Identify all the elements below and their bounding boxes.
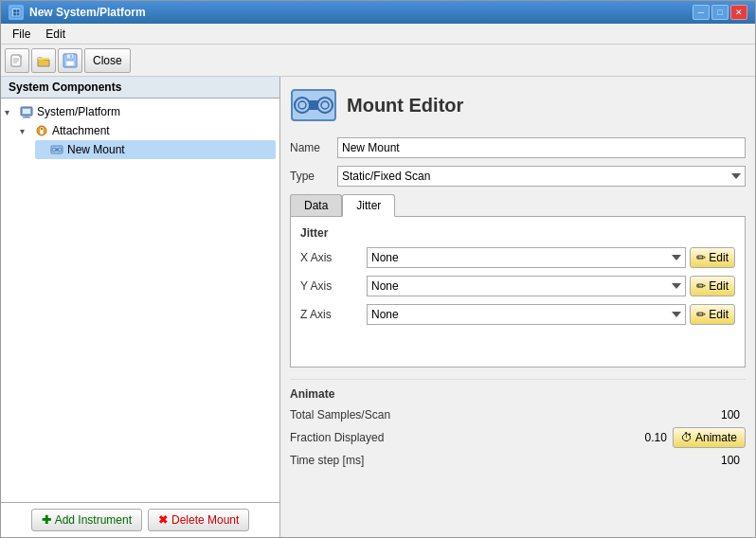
x-axis-pencil-icon: ✏ [696,251,706,264]
timestep-value: 100 [441,454,746,467]
name-label: Name [290,141,337,154]
y-axis-edit-button[interactable]: ✏ Edit [690,276,735,296]
y-axis-label: Y Axis [300,279,367,293]
svg-rect-3 [13,13,16,16]
tree-mount-label: New Mount [67,143,125,156]
title-bar-left: New System/Platform [9,5,146,20]
right-panel: Mount Editor Name Type Static/Fixed Scan… [280,77,755,537]
tree-attachment-label: Attachment [52,124,110,137]
main-window: New System/Platform ─ □ ✕ File Edit [0,0,756,538]
title-buttons: ─ □ ✕ [693,5,747,20]
svg-rect-2 [17,9,20,12]
svg-rect-15 [23,109,30,114]
toolbar-new-button[interactable] [5,48,29,73]
add-instrument-button[interactable]: ✚ Add Instrument [31,509,142,531]
total-samples-value: 100 [441,408,746,421]
toolbar-open-button[interactable] [31,48,56,73]
tabs: Data Jitter [290,194,746,216]
animate-section: Animate Total Samples/Scan 100 Fraction … [290,379,746,467]
close-button[interactable]: ✕ [730,5,747,20]
z-axis-pencil-icon: ✏ [696,308,706,321]
timestep-label: Time step [ms] [290,454,441,467]
toolbar-close-button[interactable]: Close [84,48,131,73]
fraction-row: Fraction Displayed 0.10 ⏱ Animate [290,427,746,448]
x-axis-label: X Axis [300,251,367,264]
editor-title: Mount Editor [347,95,463,117]
delete-mount-label: Delete Mount [171,513,239,527]
left-panel: System Components ▾ System/Platform [1,77,280,537]
x-axis-select[interactable]: None Low Medium High [367,247,686,268]
expand-attachment-icon: ▾ [20,126,31,136]
svg-rect-1 [13,9,16,12]
mount-editor-icon [290,86,337,124]
svg-rect-0 [11,8,21,17]
system-components-header: System Components [1,77,279,99]
attachment-icon [34,123,49,138]
svg-rect-30 [309,100,318,110]
y-axis-pencil-icon: ✏ [696,279,706,293]
z-axis-label: Z Axis [300,308,367,321]
fraction-value: 0.10 [441,431,673,444]
animate-button[interactable]: ⏱ Animate [673,427,746,448]
y-axis-edit-label: Edit [709,279,729,293]
z-axis-edit-label: Edit [709,308,729,321]
tab-data[interactable]: Data [290,194,342,216]
add-icon: ✚ [42,513,51,527]
z-axis-edit-button[interactable]: ✏ Edit [690,304,735,325]
app-icon [9,5,24,20]
minimize-button[interactable]: ─ [693,5,710,20]
toolbar-save-button[interactable] [58,48,82,73]
tree-item-attachment[interactable]: ▾ Attachment [20,121,276,140]
tree-children-attachment: New Mount [35,140,276,159]
y-axis-row: Y Axis None Low Medium High ✏ Edit [300,276,735,296]
tree-children-system: ▾ Attachment [20,121,276,159]
delete-icon: ✖ [158,513,168,527]
total-samples-label: Total Samples/Scan [290,408,441,421]
new-icon [9,53,25,68]
svg-rect-12 [67,62,73,65]
add-instrument-label: Add Instrument [55,513,132,527]
menu-bar: File Edit [1,24,755,45]
x-axis-row: X Axis None Low Medium High ✏ Edit [300,247,735,268]
maximize-button[interactable]: □ [711,5,729,20]
svg-rect-17 [23,117,30,118]
x-axis-edit-button[interactable]: ✏ Edit [690,247,735,268]
animate-header: Animate [290,387,746,401]
animate-label-text: Animate [695,431,737,444]
name-input[interactable] [337,137,746,158]
jitter-section-header: Jitter [300,226,735,240]
system-icon [19,104,34,119]
z-axis-row: Z Axis None Low Medium High ✏ Edit [300,304,735,325]
type-select[interactable]: Static/Fixed Scan Rotating Gimbal [337,166,746,187]
tree-system-label: System/Platform [37,105,120,118]
name-row: Name [290,137,746,158]
main-content: System Components ▾ System/Platform [1,77,755,537]
z-axis-select[interactable]: None Low Medium High [367,304,686,325]
fraction-label: Fraction Displayed [290,431,441,444]
x-axis-edit-label: Edit [709,251,729,264]
menu-file[interactable]: File [5,26,38,43]
svg-rect-4 [17,13,20,16]
save-icon [63,53,78,68]
y-axis-select[interactable]: None Low Medium High [367,276,686,296]
window-title: New System/Platform [29,6,146,19]
delete-mount-button[interactable]: ✖ Delete Mount [148,509,249,531]
total-samples-row: Total Samples/Scan 100 [290,408,746,421]
toolbar: Close [1,45,755,77]
expand-system-icon: ▾ [5,107,16,117]
type-row: Type Static/Fixed Scan Rotating Gimbal [290,166,746,187]
tree-area: ▾ System/Platform ▾ [1,99,279,502]
editor-header: Mount Editor [290,86,746,124]
clock-icon: ⏱ [681,431,693,444]
tree-item-system[interactable]: ▾ System/Platform [5,102,276,121]
tree-item-mount[interactable]: New Mount [35,140,276,159]
menu-edit[interactable]: Edit [38,26,73,43]
mount-icon [49,142,64,157]
svg-rect-16 [25,116,28,117]
svg-rect-24 [56,149,59,152]
panel-buttons: ✚ Add Instrument ✖ Delete Mount [1,502,279,537]
svg-rect-20 [41,128,43,130]
open-icon [36,53,51,68]
tab-jitter[interactable]: Jitter [342,194,395,217]
title-bar: New System/Platform ─ □ ✕ [1,1,755,24]
